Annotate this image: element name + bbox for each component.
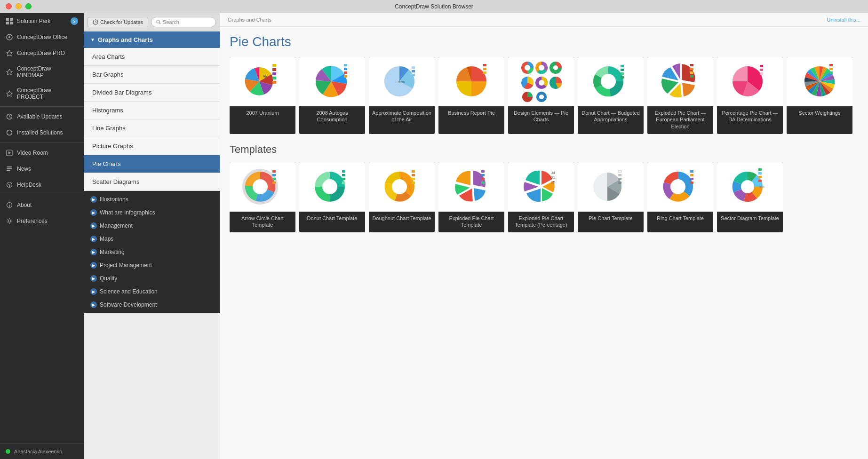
chart-card-exploded-parliament[interactable]: Exploded Pie Chart — European Parliament… <box>647 57 713 134</box>
sidebar-label-mindmap: ConceptDraw MINDMAP <box>17 65 78 79</box>
sidebar-item-installed[interactable]: Installed Solutions <box>0 125 84 141</box>
sidebar-item-mindmap[interactable]: ConceptDraw MINDMAP <box>0 61 84 83</box>
window-title: ConceptDraw Solution Browser <box>395 3 473 10</box>
svg-text:21: 21 <box>551 175 555 180</box>
chart-label-exploded-parliament: Exploded Pie Chart — European Parliament… <box>647 106 713 134</box>
templates-section-title: Templates <box>230 143 859 156</box>
svg-point-99 <box>670 179 685 194</box>
svg-rect-60 <box>690 64 693 66</box>
nav-item-histograms[interactable]: Histograms <box>84 102 220 119</box>
sidebar-item-pro[interactable]: ConceptDraw PRO <box>0 45 84 61</box>
svg-rect-106 <box>758 172 762 174</box>
chart-card-percentage-da[interactable]: Percentage Pie Chart — DA Determinations <box>717 57 783 134</box>
sidebar-item-solution-park[interactable]: Solution Park 2 <box>0 13 84 29</box>
svg-rect-56 <box>621 65 624 67</box>
nav-item-divided-bar[interactable]: Divided Bar Diagrams <box>84 84 220 102</box>
chart-card-uranium[interactable]: % 2007 Uranium <box>230 57 295 134</box>
project-icon <box>6 90 13 97</box>
svg-rect-35 <box>412 66 415 69</box>
chart-card-donut-budgeted[interactable]: Donut Chart — Budgeted Appropriations <box>578 57 644 134</box>
svg-text:78%: 78% <box>397 80 405 84</box>
nav-sub-item-illustrations[interactable]: ▶ Illustrations <box>84 193 220 206</box>
svg-rect-13 <box>7 166 12 167</box>
nav-sub-item-quality[interactable]: ▶ Quality <box>84 272 220 285</box>
chart-label-design-elements: Design Elements — Pie Charts <box>508 106 574 127</box>
template-card-ring[interactable]: Ring Chart Template <box>647 162 713 233</box>
chart-card-sector-weightings[interactable]: Sector Weightings <box>787 57 852 134</box>
svg-rect-2 <box>6 22 9 24</box>
nav-item-line-graphs[interactable]: Line Graphs <box>84 119 220 137</box>
svg-rect-59 <box>621 76 624 79</box>
template-card-pie[interactable]: Pie Chart Template <box>578 162 644 233</box>
maximize-button[interactable] <box>25 3 32 9</box>
template-card-exploded-pie[interactable]: Exploded Pie Chart Template <box>438 162 504 233</box>
template-card-exploded-pie-pct[interactable]: 34 21 15 Exploded Pie Chart Template (Pe… <box>508 162 574 233</box>
search-icon <box>156 20 161 24</box>
svg-rect-95 <box>618 170 621 173</box>
chart-label-uranium: 2007 Uranium <box>230 106 295 120</box>
user-section: Anastacia Alexeenko <box>0 443 84 459</box>
sidebar-item-about[interactable]: i About <box>0 197 84 213</box>
news-icon <box>6 165 13 173</box>
sidebar-item-helpdesk[interactable]: ? HelpDesk <box>0 177 84 193</box>
sidebar-item-office[interactable]: ConceptDraw Office <box>0 29 84 45</box>
content-header: Graphs and Charts Uninstall this... <box>220 13 868 27</box>
svg-text:Test: Test <box>758 185 764 189</box>
search-placeholder: Search <box>163 19 179 25</box>
sidebar-item-video-room[interactable]: Video Room <box>0 145 84 161</box>
nav-sub-item-management[interactable]: ▶ Management <box>84 219 220 232</box>
svg-rect-28 <box>272 77 276 79</box>
uninstall-link[interactable]: Uninstall this... <box>827 17 860 23</box>
page-title: Pie Charts <box>230 34 859 49</box>
sidebar-label-updates: Available Updates <box>17 113 63 120</box>
close-button[interactable] <box>6 3 12 9</box>
nav-item-picture-graphs[interactable]: Picture Graphs <box>84 137 220 155</box>
sidebar-item-news[interactable]: News <box>0 161 84 177</box>
nav-sub-item-marketing[interactable]: ▶ Marketing <box>84 245 220 259</box>
svg-text:34: 34 <box>551 171 555 175</box>
chart-card-business[interactable]: Business Report Pie <box>438 57 504 134</box>
check-updates-label: Check for Updates <box>100 19 143 25</box>
chart-card-design-elements[interactable]: Design Elements — Pie Charts <box>508 57 574 134</box>
template-card-donut[interactable]: Donut Chart Template <box>299 162 365 233</box>
sub-arrow-icon-9: ▶ <box>90 301 97 308</box>
nav-item-scatter-diagrams[interactable]: Scatter Diagrams <box>84 173 220 191</box>
svg-rect-74 <box>272 174 276 176</box>
svg-rect-88 <box>481 174 485 176</box>
nav-item-area-charts[interactable]: Area Charts <box>84 48 220 66</box>
sub-arrow-icon: ▶ <box>90 196 97 203</box>
svg-rect-108 <box>758 180 762 182</box>
template-card-arrow-circle[interactable]: Arrow Circle Chart Template <box>230 162 295 233</box>
template-card-sector-diagram[interactable]: Test Sector Diagram Template <box>717 162 783 233</box>
sidebar: Solution Park 2 ConceptDraw Office Conce… <box>0 13 84 459</box>
search-box[interactable]: Search <box>151 17 216 27</box>
sidebar-divider-3 <box>0 195 84 195</box>
svg-rect-1 <box>10 18 13 21</box>
nav-sub-item-maps[interactable]: ▶ Maps <box>84 232 220 245</box>
svg-point-104 <box>741 180 754 193</box>
sidebar-label-preferences: Preferences <box>17 218 48 224</box>
svg-rect-25 <box>272 64 276 67</box>
sidebar-item-available-updates[interactable]: Available Updates <box>0 109 84 125</box>
chart-thumb-air: 78% <box>369 57 435 106</box>
svg-rect-31 <box>344 68 347 70</box>
svg-rect-37 <box>412 74 415 76</box>
sidebar-item-project[interactable]: ConceptDraw PROJECT <box>0 83 84 104</box>
chart-card-air[interactable]: 78% Approximate Composition of the Air <box>369 57 435 134</box>
nav-sub-item-project-mgmt[interactable]: ▶ Project Management <box>84 259 220 272</box>
nav-item-bar-graphs[interactable]: Bar Graphs <box>84 66 220 84</box>
template-thumb-ring <box>647 162 713 212</box>
svg-rect-0 <box>6 18 9 21</box>
nav-sub-item-science[interactable]: ▶ Science and Education <box>84 285 220 298</box>
nav-item-pie-charts[interactable]: Pie Charts <box>84 155 220 173</box>
minimize-button[interactable] <box>16 3 22 9</box>
sidebar-label-project: ConceptDraw PROJECT <box>17 87 78 100</box>
template-thumb-sector-diagram: Test <box>717 162 783 212</box>
sidebar-item-preferences[interactable]: Preferences <box>0 213 84 229</box>
check-updates-button[interactable]: Check for Updates <box>88 17 148 27</box>
template-card-doughnut[interactable]: Doughnut Chart Template <box>369 162 435 233</box>
chart-card-autogas[interactable]: 2008 Autogas Consumption <box>299 57 365 134</box>
nav-sub-item-software[interactable]: ▶ Software Development <box>84 298 220 311</box>
svg-rect-15 <box>7 170 10 171</box>
nav-sub-item-infographics[interactable]: ▶ What are Infographics <box>84 206 220 219</box>
